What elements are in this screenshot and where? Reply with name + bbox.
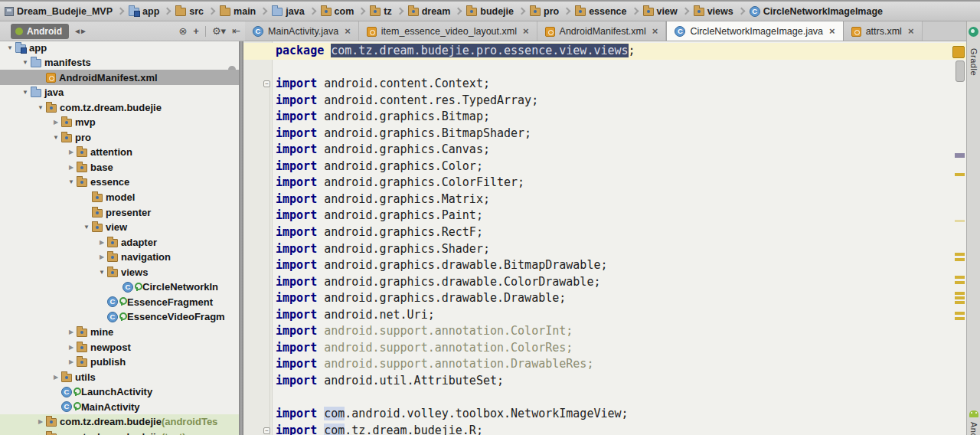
code-line[interactable]: import android.content.Context; (276, 76, 951, 93)
tree-expanded-arrow-icon[interactable]: ▼ (51, 134, 61, 141)
tree-expanded-arrow-icon[interactable]: ▼ (96, 269, 107, 276)
code-line[interactable]: import android.graphics.drawable.BitmapD… (276, 257, 951, 274)
tree-collapsed-arrow-icon[interactable]: ▶ (51, 119, 61, 126)
breadcrumb-item-dream_budejie_mvp[interactable]: Dream_Budejie_MVP (2, 2, 116, 21)
code-line[interactable] (276, 60, 951, 77)
tab-attrs.xml[interactable]: attrs.xml× (844, 21, 923, 41)
tree-expanded-arrow-icon[interactable]: ▼ (35, 104, 46, 111)
tree-item-navigation[interactable]: ▶navigation (0, 250, 239, 265)
fold-marker-icon[interactable]: − (263, 80, 270, 87)
breadcrumb-item-tz[interactable]: tz (367, 2, 394, 21)
tree-collapsed-arrow-icon[interactable]: ▶ (66, 344, 77, 351)
tree-item-mine[interactable]: ▶mine (0, 324, 239, 339)
tree-item-view[interactable]: ▼view (0, 220, 239, 235)
tab-mainactivity.java[interactable]: MainActivity.java× (245, 21, 359, 41)
project-view-selector[interactable]: Android (11, 24, 69, 39)
tree-item-model[interactable]: model (0, 190, 239, 205)
code-line[interactable]: import android.graphics.drawable.Drawabl… (276, 290, 951, 307)
tree-item-essencevideofragm[interactable]: EssenceVideoFragm (0, 309, 239, 325)
tree-collapsed-arrow-icon[interactable]: ▶ (96, 239, 107, 246)
settings-gear-icon[interactable]: ⚙▾ (212, 25, 226, 37)
tree-item-com-tz-dream-budejie[interactable]: ▶com.tz.dream.budejie (androidTes (0, 414, 239, 430)
code-line[interactable]: import com.tz.dream.budejie.R; (276, 423, 951, 435)
tree-item-essencefragment[interactable]: EssenceFragment (0, 294, 239, 309)
breadcrumb-item-pro[interactable]: pro (527, 2, 562, 21)
tab-close-icon[interactable]: × (652, 25, 658, 37)
tree-expanded-arrow-icon[interactable]: ▼ (20, 59, 31, 66)
breadcrumb-item-essence[interactable]: essence (572, 2, 629, 21)
breadcrumb-item-com[interactable]: com (318, 2, 358, 21)
code-line[interactable]: package com.tz.dream.budejie.pro.essence… (276, 43, 951, 60)
code-line[interactable] (276, 389, 951, 406)
code-line[interactable]: import android.support.annotation.ColorI… (276, 323, 951, 340)
hide-panel-icon[interactable]: ⇤ (232, 25, 240, 37)
tree-item-presenter[interactable]: presenter (0, 204, 239, 220)
tab-close-icon[interactable]: × (829, 25, 835, 37)
panel-switcher-icon[interactable]: ◄► (74, 27, 86, 35)
gradle-tool-tab[interactable]: Gradle (967, 25, 980, 78)
collapse-all-icon[interactable]: ⊗ (178, 25, 187, 37)
tree-collapsed-arrow-icon[interactable]: ▶ (51, 374, 61, 381)
tree-item-views[interactable]: ▼views (0, 264, 239, 280)
tree-item-publish[interactable]: ▶publish (0, 355, 239, 370)
tree-item-app[interactable]: ▼app (0, 41, 239, 55)
code-line[interactable]: import android.graphics.ColorFilter; (276, 175, 951, 191)
code-line[interactable]: import android.graphics.drawable.ColorDr… (276, 274, 951, 291)
code-line[interactable]: import android.graphics.Matrix; (276, 191, 951, 208)
tab-close-icon[interactable]: × (523, 25, 529, 37)
code-line[interactable]: import android.support.annotation.Drawab… (276, 356, 951, 373)
tree-item-java[interactable]: ▼java (0, 85, 239, 100)
android-tool-tab[interactable]: And (967, 408, 980, 435)
tree-item-utils[interactable]: ▶utils (0, 369, 239, 384)
code-line[interactable]: import android.graphics.Color; (276, 159, 951, 175)
tree-item-essence[interactable]: ▼essence (0, 175, 239, 190)
tree-expanded-arrow-icon[interactable]: ▼ (81, 224, 92, 231)
breadcrumb-item-java[interactable]: java (269, 2, 307, 21)
tree-collapsed-arrow-icon[interactable]: ▶ (35, 418, 46, 425)
tab-circlenetworkimageimage.java[interactable]: CircleNetworkImageImage.java× (666, 21, 843, 41)
code-line[interactable]: import android.graphics.BitmapShader; (276, 126, 951, 142)
tree-item-newpost[interactable]: ▶newpost (0, 339, 239, 355)
tree-item-base[interactable]: ▶base (0, 159, 239, 175)
tree-item-circlenetworkin[interactable]: CircleNetworkIn (0, 280, 239, 295)
scrollbar-thumb[interactable] (956, 61, 965, 82)
tree-item-adapter[interactable]: ▶adapter (0, 234, 239, 250)
tab-item_essence_video_layout.xml[interactable]: item_essence_video_layout.xml× (359, 21, 537, 41)
tree-expanded-arrow-icon[interactable]: ▼ (5, 44, 15, 51)
tree-item-mainactivity[interactable]: MainActivity (0, 399, 239, 414)
tree-collapsed-arrow-icon[interactable]: ▶ (96, 253, 107, 260)
breadcrumb-item-budejie[interactable]: budejie (463, 2, 517, 21)
tab-androidmanifest.xml[interactable]: AndroidManifest.xml× (537, 21, 667, 41)
code-line[interactable]: import android.net.Uri; (276, 307, 951, 324)
breadcrumb-item-circlenetworkimageimage[interactable]: CircleNetworkImageImage (746, 2, 886, 21)
breadcrumb-item-main[interactable]: main (217, 2, 259, 21)
tree-collapsed-arrow-icon[interactable]: ▶ (66, 329, 77, 335)
tree-expanded-arrow-icon[interactable]: ▼ (20, 89, 31, 96)
breadcrumb-item-view[interactable]: view (640, 2, 681, 21)
code-line[interactable]: import android.graphics.Shader; (276, 241, 951, 258)
breadcrumb-item-src[interactable]: src (172, 2, 207, 21)
tree-item-com-tz-dream-budejie[interactable]: ▶com.tz.dream.budejie (test) (0, 429, 239, 435)
code-line[interactable]: import android.util.AttributeSet; (276, 373, 951, 390)
code-line[interactable]: import android.support.annotation.ColorR… (276, 340, 951, 357)
tree-item-attention[interactable]: ▶attention (0, 145, 239, 160)
tree-item-launchactivity[interactable]: LaunchActivity (0, 384, 239, 400)
code-line[interactable]: import android.graphics.RectF; (276, 224, 951, 241)
tree-item-pro[interactable]: ▼pro (0, 129, 239, 145)
tree-item-mvp[interactable]: ▶mvp (0, 115, 239, 130)
breadcrumb-item-dream[interactable]: dream (405, 2, 454, 21)
scroll-to-source-icon[interactable]: + (193, 25, 199, 37)
tab-close-icon[interactable]: × (345, 25, 351, 37)
code-line[interactable]: import com.android.volley.toolbox.Networ… (276, 406, 951, 423)
code-line[interactable]: import android.graphics.Canvas; (276, 142, 951, 159)
tree-collapsed-arrow-icon[interactable]: ▶ (66, 149, 77, 155)
code-line[interactable]: import android.graphics.Paint; (276, 208, 951, 224)
tree-collapsed-arrow-icon[interactable]: ▶ (66, 358, 77, 365)
fold-marker-icon[interactable]: − (263, 427, 270, 434)
tree-item-androidmanifest-xml[interactable]: AndroidManifest.xml (0, 70, 239, 85)
breadcrumb-item-views[interactable]: views (691, 2, 737, 21)
code-line[interactable]: import android.content.res.TypedArray; (276, 93, 951, 110)
code-line[interactable]: import android.graphics.Bitmap; (276, 109, 951, 126)
breadcrumb-item-app[interactable]: app (126, 2, 162, 21)
tree-item-com-tz-dream-budejie[interactable]: ▼com.tz.dream.budejie (0, 100, 239, 115)
